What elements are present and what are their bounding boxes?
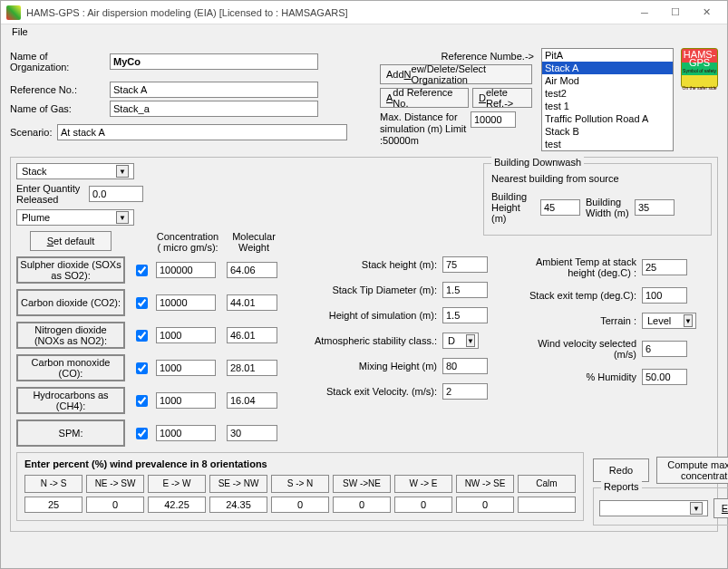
wind-dir-button[interactable]: N -> S <box>24 475 83 493</box>
stack-h-input[interactable] <box>442 256 488 273</box>
hum-input[interactable] <box>642 369 687 385</box>
bh-label: Building Height (m) <box>491 191 535 224</box>
species-mw-input[interactable] <box>227 392 277 409</box>
reports-combo[interactable]: ▼ <box>599 500 708 516</box>
stab-combo[interactable]: ▼ <box>442 333 479 349</box>
ref-list-item[interactable]: Air Mod <box>542 74 673 87</box>
menu-file[interactable]: File <box>8 24 32 39</box>
source-type-combo[interactable]: ▼ <box>16 163 134 179</box>
ref-list-item[interactable]: PitA <box>542 49 673 62</box>
wind-grid: N -> SNE -> SWE -> WSE -> NWS -> NSW ->N… <box>24 475 576 513</box>
maximize-button[interactable]: ☐ <box>660 4 691 22</box>
species-mw-input[interactable] <box>227 360 277 376</box>
wind-v-input[interactable] <box>642 341 687 357</box>
species-mw-input[interactable] <box>227 262 277 278</box>
exit-v-input[interactable] <box>442 383 488 400</box>
terrain-combo[interactable]: ▼ <box>642 313 696 329</box>
mw-header: Molecular Weight <box>227 231 281 253</box>
mix-h-input[interactable] <box>442 358 488 374</box>
reports-group: Reports ▼ Exit <box>593 487 728 526</box>
ref-list-item[interactable]: test <box>542 138 673 150</box>
delete-ref-button[interactable]: Delete Ref.-> <box>472 88 532 108</box>
chevron-down-icon: ▼ <box>684 314 693 327</box>
species-mw-input[interactable] <box>227 425 277 441</box>
wind-dir-button[interactable]: Calm <box>518 475 576 493</box>
wind-val-input[interactable]: 0 <box>271 497 329 513</box>
model-type-combo[interactable]: ▼ <box>16 209 134 226</box>
species-conc-input[interactable] <box>156 360 216 376</box>
qty-label: Enter Quantity Released <box>16 183 89 205</box>
chevron-down-icon: ▼ <box>116 211 129 224</box>
compute-button[interactable]: Compute maximum concentration <box>656 457 728 484</box>
sim-h-input[interactable] <box>442 307 488 323</box>
chevron-down-icon: ▼ <box>116 165 129 178</box>
wind-dir-button[interactable]: E -> W <box>148 475 206 493</box>
amb-t-input[interactable] <box>642 259 687 275</box>
species-name: Carbon monoxide (CO): <box>16 354 125 381</box>
downwash-sub: Nearest building from source <box>491 173 704 184</box>
set-default-button[interactable]: Set default <box>30 231 112 251</box>
species-mw-input[interactable] <box>227 294 277 311</box>
wind-val-input[interactable]: 0 <box>86 497 144 513</box>
add-ref-button[interactable]: Add Reference No. <box>380 88 469 108</box>
wind-dir-button[interactable]: SE -> NW <box>209 475 267 493</box>
ref-list-item[interactable]: test 1 <box>542 100 673 112</box>
gas-input[interactable] <box>110 101 318 117</box>
minimize-button[interactable]: ─ <box>629 4 660 22</box>
ref-list-item[interactable]: Stack B <box>542 125 673 138</box>
maxdist-input[interactable] <box>471 111 516 128</box>
wind-val-input[interactable]: 0 <box>394 497 452 513</box>
wind-val-input[interactable] <box>518 497 576 513</box>
qty-input[interactable] <box>89 186 143 202</box>
species-conc-input[interactable] <box>156 425 216 441</box>
close-button[interactable]: ✕ <box>691 4 722 22</box>
ref-list-item[interactable]: test2 <box>542 87 673 100</box>
species-conc-input[interactable] <box>156 262 216 278</box>
ref-list-item[interactable]: Stack A <box>542 62 673 74</box>
species-checkbox[interactable] <box>136 297 148 309</box>
app-icon <box>6 5 21 20</box>
tip-d-label: Stack Tip Diameter (m): <box>297 284 442 295</box>
exit-t-input[interactable] <box>642 287 687 304</box>
chevron-down-icon: ▼ <box>690 502 703 515</box>
ref-list-item[interactable]: Traffic Pollution Road A <box>542 112 673 125</box>
wind-dir-button[interactable]: W -> E <box>394 475 452 493</box>
species-conc-input[interactable] <box>156 294 216 311</box>
species-conc-input[interactable] <box>156 392 216 409</box>
scenario-input[interactable] <box>57 124 347 140</box>
wind-val-input[interactable]: 25 <box>24 497 83 513</box>
species-checkbox[interactable] <box>136 428 148 439</box>
bh-input[interactable] <box>540 199 580 216</box>
species-name: Nitrogen dioxide (NOXs as NO2): <box>16 322 125 349</box>
add-new-org-button[interactable]: Add New/Delete/Select Organization <box>380 64 532 84</box>
ref-listbox[interactable]: PitAStack AAir Modtest2test 1Traffic Pol… <box>541 48 674 151</box>
sim-h-label: Height of simulation (m): <box>297 310 442 321</box>
species-conc-input[interactable] <box>156 327 216 343</box>
species-grid: Sulpher dioxide (SOXs as SO2):Carbon dio… <box>16 256 288 447</box>
wind-dir-button[interactable]: NW -> SE <box>456 475 514 493</box>
wind-dir-button[interactable]: SW ->NE <box>333 475 391 493</box>
refno-input[interactable] <box>110 82 318 98</box>
wind-val-input[interactable]: 24.35 <box>209 497 267 513</box>
wind-dir-button[interactable]: S -> N <box>271 475 329 493</box>
wind-val-input[interactable]: 0 <box>333 497 391 513</box>
species-name: Carbon dioxide (CO2): <box>16 289 125 316</box>
wind-v-label: Wind velocity selected (m/s) <box>524 338 642 360</box>
wind-dir-button[interactable]: NE -> SW <box>86 475 144 493</box>
species-mw-input[interactable] <box>227 327 277 343</box>
species-checkbox[interactable] <box>136 395 148 407</box>
redo-button[interactable]: Redo <box>593 458 649 482</box>
tip-d-input[interactable] <box>442 282 488 298</box>
org-input[interactable] <box>110 53 318 70</box>
species-checkbox[interactable] <box>136 330 148 342</box>
species-checkbox[interactable] <box>136 362 148 374</box>
downwash-title: Building Downwash <box>491 157 584 168</box>
titlebar: HAMS-GPS : Air dispersion modeling (EIA)… <box>1 1 727 24</box>
species-checkbox[interactable] <box>136 265 148 276</box>
conc-header: Concentration ( micro gm/s): <box>156 231 219 253</box>
wind-val-input[interactable]: 0 <box>456 497 514 513</box>
wind-val-input[interactable]: 42.25 <box>148 497 206 513</box>
bw-input[interactable] <box>635 199 675 216</box>
maxdist-label: Max. Distance for simulation (m) Limit :… <box>380 111 471 147</box>
exit-button[interactable]: Exit <box>713 498 728 518</box>
